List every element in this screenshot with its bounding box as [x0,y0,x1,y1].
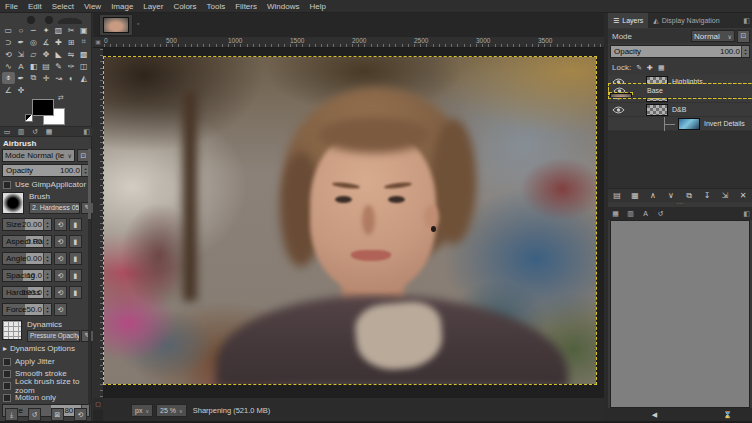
menu-item[interactable]: Windows [262,0,304,13]
lock-alpha-icon[interactable]: ▦ [658,64,665,72]
unit-combo[interactable]: px ∨ [131,404,153,417]
quick-mask-toggle[interactable]: ▢ [93,398,103,410]
reset-value-button[interactable]: ⟲ [54,218,67,231]
tool-ink[interactable]: ✒ [15,72,28,84]
canvas-viewport[interactable] [103,48,604,398]
menu-item[interactable]: View [79,0,106,13]
tool-bucket-fill[interactable]: ◧ [27,60,40,72]
reset-tool-options-button[interactable]: ⟲ [74,408,87,421]
save-preset-button[interactable]: ⤓ [5,408,18,421]
image-tab-menu-icon[interactable]: ▫ [137,20,139,27]
spinner[interactable]: ▴▾ [43,236,51,247]
tool-select-by-color[interactable]: ▧ [52,24,65,36]
reset-value-button[interactable]: ⟲ [54,286,67,299]
brush-name-field[interactable]: 2. Hardness 050 [29,202,80,214]
tool-measure[interactable]: ∡ [40,36,53,48]
anchor-layer-button[interactable]: ↧ [701,189,714,202]
tool-heal[interactable]: ✛ [40,72,53,84]
ruler-origin-button[interactable]: ▣ [93,37,103,48]
foreground-color-swatch[interactable] [32,99,54,116]
dynamics-name-field[interactable]: Pressure Opacity [27,330,80,342]
menu-item[interactable]: Select [47,0,79,13]
tool-eraser[interactable]: ◫ [77,60,90,72]
tool-align[interactable]: ⊞ [65,36,78,48]
tool-paintbrush[interactable]: ✑ [65,60,78,72]
tool-option-slider[interactable]: Hardness 100.0 ▴▾ [2,286,52,299]
dock-menu-button[interactable]: ◧ [743,17,750,25]
tool-option-slider[interactable]: Aspect Ratio 0.00 ▴▾ [2,235,52,248]
tool-perspective[interactable]: ◣ [52,48,65,60]
spinner[interactable]: ▴▾ [43,287,51,298]
duplicate-layer-button[interactable]: ⧉ [683,189,696,202]
tab-images[interactable]: ▦ [42,128,56,136]
motion-only-checkbox[interactable]: Motion only [0,392,92,403]
tool-option-slider[interactable]: Size 20.00 ▴▾ [2,218,52,231]
tool-zoom[interactable]: ◎ [27,36,40,48]
tool-handle-transform[interactable]: ✥ [40,48,53,60]
tool-move[interactable]: ✚ [52,36,65,48]
dynamics-options-expander[interactable]: ▸ Dynamics Options [3,344,75,353]
tool-shear[interactable]: ▱ [27,48,40,60]
link-to-brush-button[interactable]: ▮ [69,218,82,231]
visibility-toggle[interactable] [608,120,628,128]
layer-row[interactable]: − Invert Details [608,117,752,131]
back-button[interactable]: ◀ [648,408,661,421]
tool-smudge[interactable]: ↝ [52,72,65,84]
tab-menu-button[interactable]: ◧ [743,210,750,218]
spinner[interactable]: ▴▾ [43,270,51,281]
lock-brush-size-checkbox[interactable]: Lock brush size to zoom [0,380,92,391]
spinner[interactable]: ▴▾ [43,253,51,264]
tool-dodge-burn[interactable]: ◭ [77,72,90,84]
tab-document-history[interactable]: ↺ [653,210,668,218]
tool-color-picker[interactable]: ✒ [15,36,28,48]
swap-colors-icon[interactable]: ⇄ [58,94,64,102]
reset-value-button[interactable]: ⟲ [54,235,67,248]
menu-item[interactable]: Help [304,0,330,13]
tool-gradient[interactable]: ▤ [40,60,53,72]
lock-position-icon[interactable]: ✚ [647,64,653,72]
layer-row[interactable]: − Base [609,84,752,98]
tool-foreground-select[interactable]: ▣ [77,24,90,36]
image-tab[interactable] [99,14,133,36]
link-to-brush-button[interactable]: ▮ [69,252,82,265]
tab-tool-options[interactable]: ▭ [0,128,14,136]
menu-item[interactable]: Tools [202,0,231,13]
blend-space-button[interactable]: ⊡ [737,30,750,43]
zoom-combo[interactable]: 25 % ∨ [156,404,187,417]
tool-color-picker-2[interactable]: ✜ [15,84,28,96]
tool-option-slider[interactable]: Spacing 10.0 ▴▾ [2,269,52,282]
tool-scissors-select[interactable]: ✂ [65,24,78,36]
tab-menu-button[interactable]: ◧ [83,128,90,136]
tab-images-dock[interactable]: ▦ [608,210,623,218]
menu-item[interactable]: Image [106,0,138,13]
tool-flip[interactable]: ⇋ [65,48,78,60]
tool-option-slider[interactable]: Angle 0.00 ▴▾ [2,252,52,265]
tool-rect-select[interactable]: ▭ [2,24,15,36]
visibility-toggle[interactable] [608,106,628,114]
tool-pencil[interactable]: ✎ [52,60,65,72]
spinner[interactable]: ▴▾ [741,46,749,57]
link-to-brush-button[interactable]: ▮ [69,286,82,299]
link-to-brush-button[interactable]: ▮ [69,269,82,282]
lock-pixels-icon[interactable]: ✎ [636,64,642,72]
tool-paths[interactable]: ⊃ [2,36,15,48]
tool-scale[interactable]: ⇲ [15,48,28,60]
menu-item[interactable]: Layer [138,0,168,13]
vertical-ruler[interactable]: 0500100015002000 [93,48,103,398]
layer-mode-combo[interactable]: Normal ∨ [691,30,735,42]
tool-option-slider[interactable]: Force 50.0 ▴▾ [2,303,52,316]
opacity-slider[interactable]: Opacity 100.0 ▴▾ [2,164,90,177]
reset-value-button[interactable]: ⟲ [54,252,67,265]
tool-clone[interactable]: ⧉ [27,72,40,84]
reset-value-button[interactable]: ⟲ [54,269,67,282]
menu-item[interactable]: Filters [230,0,262,13]
apply-jitter-checkbox[interactable]: Apply Jitter [0,356,92,367]
tab-fonts-dock[interactable]: A [638,210,653,218]
spinner[interactable]: ▴▾ [43,304,51,315]
tool-blur-sharpen[interactable]: ◐ [65,72,78,84]
paint-mode-combo[interactable]: Mode Normal (le ∨ [2,149,75,162]
tool-crop[interactable]: ⌗ [77,36,90,48]
tool-free-select[interactable]: ∽ [27,24,40,36]
lower-layer-button[interactable]: ∨ [665,189,678,202]
tool-ellipse-select[interactable]: ○ [15,24,28,36]
